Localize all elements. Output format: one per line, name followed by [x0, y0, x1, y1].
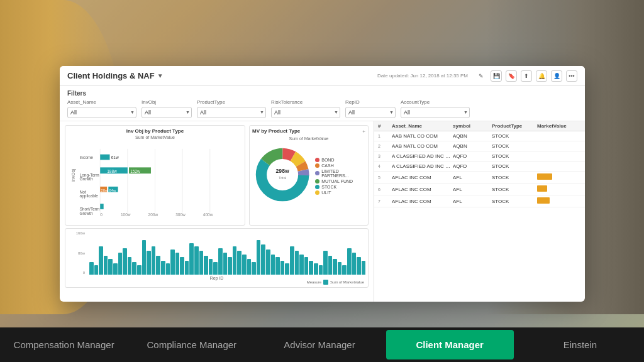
col-symbol: symbol [453, 123, 491, 129]
bookmark-icon[interactable]: 🔖 [506, 70, 517, 82]
user-icon[interactable]: 👤 [551, 70, 562, 82]
area-chart-inner: 160w 80w 0 [68, 231, 365, 275]
more-icon[interactable]: ••• [566, 70, 577, 82]
svg-text:Growth: Growth [80, 177, 93, 181]
filter-repid-label: RepID [345, 99, 396, 105]
nav-einstein[interactable]: Einstein [516, 327, 644, 362]
area-bar [271, 255, 275, 275]
bell-icon[interactable]: 🔔 [536, 70, 547, 82]
table-row[interactable]: 7 AFLAC INC COM AFL STOCK [374, 195, 585, 207]
donut-chart-title: MV by Product Type [252, 128, 300, 134]
svg-rect-17 [100, 155, 109, 160]
filter-invobj-select[interactable]: All [142, 107, 192, 118]
charts-top: Inv Obj by Product Type Sum of MarketVal… [65, 125, 369, 226]
area-bar [194, 246, 199, 275]
area-bar [319, 265, 323, 275]
y-label-top: 160w [76, 231, 85, 235]
area-bar [261, 244, 265, 275]
filter-accounttype: AccountType All ▼ [401, 99, 470, 118]
area-bar [280, 261, 285, 275]
donut-expand-icon[interactable]: + [362, 129, 365, 134]
row-asset-name: A CLASSIFIED AD INC COM [392, 153, 452, 159]
row-num: 1 [378, 134, 391, 138]
area-bar [233, 246, 237, 275]
save-icon[interactable]: 💾 [491, 70, 502, 82]
area-bar [328, 256, 333, 275]
bond-color [315, 158, 319, 162]
date-updated: Date updated: Jun 12, 2018 at 12:35 PM [377, 73, 468, 79]
row-symbol: AQBN [453, 133, 491, 139]
table-row[interactable]: 6 AFLAC INC COM AFL STOCK [374, 184, 585, 195]
area-bar [290, 246, 294, 275]
col-asset-name: Asset_Name [392, 123, 452, 129]
row-symbol: AFL [453, 175, 491, 180]
nav-advisor-label: Advisor Manager [284, 339, 355, 350]
donut-svg: 298w Total [252, 143, 313, 206]
share-icon[interactable]: ⬆ [521, 70, 532, 82]
area-bar [352, 253, 357, 275]
title-bar: Client Holdings & NAF ▼ Date updated: Ju… [60, 66, 585, 86]
area-bar [94, 265, 99, 275]
legend-cash: CASH [315, 163, 365, 168]
table-row[interactable]: 5 AFLAC INC COM AFL STOCK [374, 172, 585, 184]
area-bar [128, 257, 132, 275]
ulit-label: ULIT [321, 190, 331, 195]
area-bar [223, 253, 228, 275]
nav-advisor[interactable]: Advisor Manager [255, 327, 383, 362]
area-bar [299, 255, 304, 275]
area-bar [166, 263, 170, 275]
stock-color [315, 185, 319, 189]
nav-compliance[interactable]: Compliance Manager [128, 327, 255, 362]
table-header: # Asset_Name symbol ProductType MarketVa… [374, 121, 585, 131]
filter-repid-select[interactable]: All [345, 107, 396, 118]
nav-einstein-label: Einstein [564, 339, 597, 350]
bar-chart-svg: 0 100w 200w 300w 400w Income Long-Term G… [68, 142, 242, 217]
svg-text:152w: 152w [130, 169, 140, 173]
row-producttype: STOCK [492, 143, 536, 149]
bond-label: BOND [321, 158, 334, 162]
svg-text:188w: 188w [107, 169, 117, 173]
svg-text:61w: 61w [111, 155, 119, 160]
filter-invobj-wrap: All ▼ [142, 106, 192, 118]
y-label-bot: 0 [83, 271, 85, 275]
table-row[interactable]: 1 AAB NATL CO COM AQBN STOCK [374, 131, 585, 141]
area-bar [257, 240, 261, 275]
area-bar [108, 259, 113, 275]
area-bar [218, 248, 223, 275]
area-bar [309, 261, 313, 275]
filter-producttype-select[interactable]: All [197, 107, 266, 118]
table-row[interactable]: 3 A CLASSIFIED AD INC COM AQFD STOCK [374, 151, 585, 162]
filters-row: Asset_Name All ▼ InvObj All ▼ Pr [67, 99, 577, 118]
nav-client[interactable]: Client Manager [386, 330, 514, 359]
filter-asset-select[interactable]: All [67, 107, 136, 118]
row-num: 2 [378, 144, 391, 148]
nav-compensation[interactable]: Compensation Manager [0, 327, 128, 362]
measure-value: Sum of MarketValue [330, 280, 364, 284]
filter-risktolerance-select[interactable]: All [271, 107, 340, 118]
area-bar [170, 250, 175, 275]
mf-label: MUTUAL FUND [321, 179, 353, 184]
filter-invobj-label: InvObj [142, 99, 192, 105]
area-bar [275, 257, 280, 275]
pencil-icon[interactable]: ✎ [475, 70, 487, 82]
area-bar [295, 251, 299, 275]
area-bar [113, 263, 118, 275]
area-bar [104, 256, 108, 275]
svg-text:100w: 100w [121, 212, 131, 217]
title-bar-left: Client Holdings & NAF ▼ [67, 71, 164, 80]
filter-risktolerance-wrap: All ▼ [271, 106, 340, 118]
svg-text:20w: 20w [101, 189, 108, 192]
donut-header: MV by Product Type + [252, 128, 365, 135]
filter-repid-wrap: All ▼ [345, 106, 396, 118]
filter-accounttype-select[interactable]: All [401, 107, 470, 118]
svg-text:Income: Income [80, 155, 94, 160]
mf-color [315, 179, 319, 184]
nav-footer: Compensation Manager Compliance Manager … [0, 327, 644, 362]
area-bar [342, 265, 347, 275]
table-row[interactable]: 2 AAB NATL CO COM AQBN STOCK [374, 141, 585, 151]
table-row[interactable]: 4 A CLASSIFIED AD INC COM AQFD STOCK [374, 162, 585, 172]
area-bar [304, 257, 309, 275]
svg-rect-27 [100, 204, 103, 209]
title-dropdown-icon[interactable]: ▼ [157, 72, 164, 79]
bar-chart-subtitle: Sum of MarketValue [68, 135, 242, 140]
